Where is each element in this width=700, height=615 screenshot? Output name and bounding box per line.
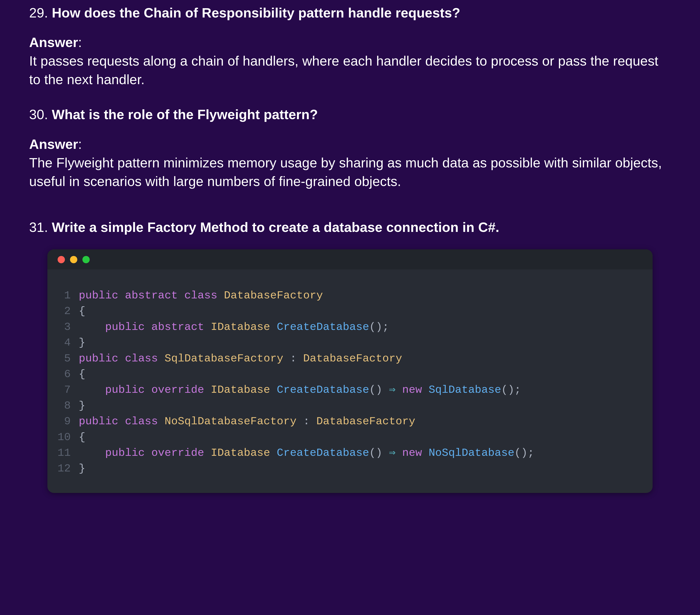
code-token: [79, 447, 105, 459]
code-token: ();: [514, 447, 534, 459]
code-token: [204, 447, 211, 459]
code-line: 6{: [55, 366, 645, 382]
question-29-number: 29.: [29, 5, 52, 21]
code-token: (): [369, 384, 389, 396]
code-token: [145, 384, 151, 396]
code-token: class: [125, 415, 158, 427]
line-number: 7: [55, 382, 79, 398]
code-token: [270, 321, 277, 333]
code-token: NoSqlDatabaseFactory: [165, 415, 297, 427]
code-line: 11 public override IDatabase CreateDatab…: [55, 445, 645, 461]
section-spacer: [29, 207, 671, 218]
line-number: 6: [55, 366, 79, 382]
code-token: [396, 447, 402, 459]
question-31-title: Write a simple Factory Method to create …: [52, 220, 499, 235]
code-line: 10{: [55, 430, 645, 445]
code-token: }: [79, 336, 85, 349]
code-token: ();: [501, 384, 521, 396]
code-content: {: [79, 430, 645, 445]
code-token: class: [184, 289, 217, 302]
code-token: ⇒: [389, 384, 396, 396]
answer-30: Answer: The Flyweight pattern minimizes …: [29, 135, 671, 191]
code-token: ⇒: [389, 447, 396, 459]
code-token: [79, 321, 105, 333]
answer-30-text: The Flyweight pattern minimizes memory u…: [29, 155, 662, 189]
code-content: public abstract class DatabaseFactory: [79, 287, 645, 303]
code-content: {: [79, 303, 645, 319]
code-line: 2{: [55, 303, 645, 319]
line-number: 4: [55, 335, 79, 350]
question-30-heading: 30. What is the role of the Flyweight pa…: [29, 105, 671, 124]
code-token: public: [105, 321, 145, 333]
code-token: new: [402, 384, 422, 396]
code-token: }: [79, 399, 85, 412]
answer-30-colon: :: [78, 137, 82, 152]
code-token: DatabaseFactory: [303, 352, 402, 365]
answer-29: Answer: It passes requests along a chain…: [29, 33, 671, 89]
code-token: {: [79, 431, 85, 444]
code-line: 7 public override IDatabase CreateDataba…: [55, 382, 645, 398]
line-number: 9: [55, 413, 79, 429]
question-29-title: How does the Chain of Responsibility pat…: [52, 5, 460, 21]
code-token: [158, 352, 165, 365]
code-token: override: [151, 447, 204, 459]
question-29-heading: 29. How does the Chain of Responsibility…: [29, 4, 671, 22]
code-token: [396, 384, 402, 396]
code-token: IDatabase: [211, 384, 270, 396]
code-token: SqlDatabaseFactory: [165, 352, 284, 365]
code-content: public override IDatabase CreateDatabase…: [79, 382, 645, 398]
code-token: public: [79, 415, 118, 427]
line-number: 1: [55, 287, 79, 303]
code-token: public: [105, 447, 145, 459]
code-token: [145, 321, 151, 333]
question-30-number: 30.: [29, 107, 52, 122]
window-close-icon: [58, 256, 65, 263]
code-token: IDatabase: [211, 321, 270, 333]
code-token: {: [79, 305, 85, 317]
line-number: 12: [55, 461, 79, 476]
code-line: 1public abstract class DatabaseFactory: [55, 287, 645, 303]
line-number: 11: [55, 445, 79, 461]
code-content: public class SqlDatabaseFactory : Databa…: [79, 351, 645, 366]
code-token: [145, 447, 151, 459]
code-token: [270, 384, 277, 396]
code-token: }: [79, 462, 85, 475]
code-content: }: [79, 335, 645, 350]
code-token: abstract: [151, 321, 204, 333]
question-30-title: What is the role of the Flyweight patter…: [52, 107, 318, 122]
line-number: 10: [55, 430, 79, 445]
line-number: 8: [55, 398, 79, 413]
code-content: public class NoSqlDatabaseFactory : Data…: [79, 413, 645, 429]
code-content: }: [79, 398, 645, 413]
line-number: 2: [55, 303, 79, 319]
code-token: :: [283, 352, 303, 365]
code-token: (): [369, 447, 389, 459]
code-content: {: [79, 366, 645, 382]
code-token: [178, 289, 184, 302]
question-31-heading: 31. Write a simple Factory Method to cre…: [29, 218, 671, 236]
code-token: [158, 415, 165, 427]
code-block: 1public abstract class DatabaseFactory2{…: [47, 249, 653, 493]
code-line: 3 public abstract IDatabase CreateDataba…: [55, 319, 645, 335]
code-token: new: [402, 447, 422, 459]
code-body: 1public abstract class DatabaseFactory2{…: [47, 269, 653, 493]
code-token: {: [79, 368, 85, 380]
code-line: 4}: [55, 335, 645, 350]
code-token: public: [79, 289, 118, 302]
code-line: 5public class SqlDatabaseFactory : Datab…: [55, 351, 645, 366]
code-token: [270, 447, 277, 459]
code-content: }: [79, 461, 645, 476]
code-line: 8}: [55, 398, 645, 413]
code-token: ();: [369, 321, 389, 333]
question-31-number: 31.: [29, 220, 52, 235]
line-number: 3: [55, 319, 79, 335]
window-minimize-icon: [70, 256, 77, 263]
code-window-titlebar: [47, 249, 653, 269]
code-token: CreateDatabase: [277, 321, 369, 333]
answer-29-text: It passes requests along a chain of hand…: [29, 53, 658, 87]
line-number: 5: [55, 351, 79, 366]
window-zoom-icon: [83, 256, 90, 263]
code-token: CreateDatabase: [277, 447, 369, 459]
code-token: CreateDatabase: [277, 384, 369, 396]
code-token: public: [105, 384, 145, 396]
